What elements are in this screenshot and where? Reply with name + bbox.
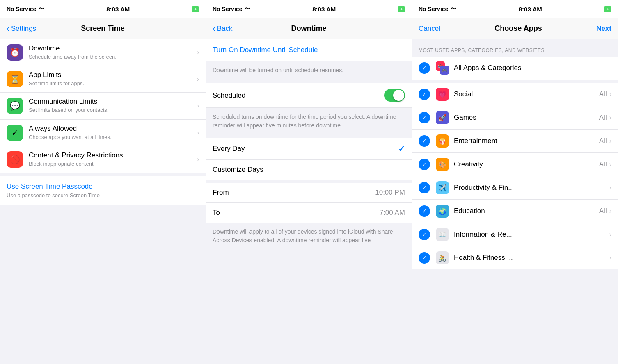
check-all-apps: ✓ [419,62,430,74]
toggle-knob [393,90,404,101]
to-row[interactable]: To 7:00 AM [206,203,412,223]
app-row-information[interactable]: ✓ 📖 Information & Re... › [412,223,618,246]
no-service-label-3: No Service [419,6,448,12]
status-left-2: No Service 〜 [213,5,250,13]
app-row-games[interactable]: ✓ 🚀 Games All › [412,106,618,130]
from-label: From [213,189,229,197]
always-allowed-emoji: ✓ [11,128,18,138]
list-item-app-limits[interactable]: ⏳ App Limits Set time limits for apps. › [0,66,206,93]
entertainment-icon: 🍿 [436,134,449,148]
battery-icon-3: + [604,6,611,12]
entertainment-sub: All [599,137,607,145]
wifi-icon-3: 〜 [451,5,456,13]
passcode-subtitle: Use a passcode to secure Screen Time [7,192,199,198]
list-item-content-privacy[interactable]: 🚫 Content & Privacy Restrictions Block i… [0,146,206,173]
education-emoji: 🌍 [438,207,446,215]
app-limits-emoji: ⏳ [10,74,20,84]
games-chevron-icon: › [609,114,611,121]
status-bar-1: No Service 〜 8:03 AM + [0,0,206,18]
health-chevron-icon: › [609,254,611,262]
turn-on-button[interactable]: Turn On Downtime Until Schedule [206,39,412,61]
app-row-all-apps[interactable]: ✓ 📚 🎮 All Apps & Categories [412,57,618,80]
content-privacy-title: Content & Privacy Restrictions [29,151,194,159]
app-row-social[interactable]: ✓ 💗 Social All › [412,83,618,106]
downtime-icon: ⏰ [7,44,23,61]
panel1-content: ⏰ Downtime Schedule time away from the s… [0,39,206,364]
cancel-button[interactable]: Cancel [419,25,440,33]
scheduled-toggle-row[interactable]: Scheduled [206,83,412,108]
information-emoji: 📖 [438,231,446,239]
comm-limits-icon: 💬 [7,98,23,114]
check-productivity: ✓ [419,182,430,193]
chevron-back-icon-2: ‹ [213,24,215,33]
entertainment-emoji: 🍿 [438,137,446,145]
app-limits-icon: ⏳ [7,71,23,87]
productivity-emoji: ✈️ [438,184,446,192]
games-sub: All [599,114,607,122]
time-label-2: 8:03 AM [312,6,336,13]
battery-icon-2: + [398,6,405,12]
downtime-title: Downtime [29,44,194,52]
information-icon: 📖 [436,228,449,241]
check-games: ✓ [419,112,430,123]
health-emoji: 🚴 [438,254,446,262]
games-icon: 🚀 [436,111,449,124]
status-right-2: + [398,6,405,12]
status-bar-3: No Service 〜 8:03 AM + [412,0,618,18]
main-list-section: ⏰ Downtime Schedule time away from the s… [0,39,206,173]
scheduled-label: Scheduled [213,91,245,100]
next-button[interactable]: Next [596,25,611,33]
downtime-chevron-icon: › [197,49,199,56]
passcode-row[interactable]: Use Screen Time Passcode Use a passcode … [0,176,206,205]
app-row-creativity[interactable]: ✓ 🎨 Creativity All › [412,153,618,176]
downtime-emoji: ⏰ [10,48,20,57]
always-allowed-subtitle: Choose apps you want at all times. [29,134,194,141]
creativity-chevron-icon: › [609,161,611,168]
app-limits-title: App Limits [29,71,194,79]
always-allowed-title: Always Allowed [29,125,194,133]
list-item-downtime[interactable]: ⏰ Downtime Schedule time away from the s… [0,39,206,66]
comm-limits-emoji: 💬 [10,101,20,111]
nav-title-3: Choose Apps [494,24,542,33]
app-row-entertainment[interactable]: ✓ 🍿 Entertainment All › [412,130,618,153]
customize-days-row[interactable]: Customize Days [206,160,412,180]
app-row-productivity[interactable]: ✓ ✈️ Productivity & Fin... › [412,176,618,200]
from-row[interactable]: From 10:00 PM [206,183,412,203]
education-chevron-icon: › [609,207,611,215]
social-emoji: 💗 [438,91,446,98]
every-day-row[interactable]: Every Day ✓ [206,138,412,160]
back-label-1: Settings [11,25,36,33]
back-button-2[interactable]: ‹ Back [213,24,232,33]
to-label: To [213,209,220,217]
content-privacy-icon: 🚫 [7,151,23,168]
education-label: Education [454,207,599,215]
check-education: ✓ [419,205,430,217]
always-allowed-text: Always Allowed Choose apps you want at a… [29,125,194,141]
back-button-1[interactable]: ‹ Settings [7,24,36,33]
scheduled-toggle[interactable] [384,89,405,102]
status-bar-2: No Service 〜 8:03 AM + [206,0,412,18]
social-icon: 💗 [436,88,449,101]
time-section: From 10:00 PM To 7:00 AM [206,183,412,223]
list-item-communication[interactable]: 💬 Communication Limits Set limits based … [0,93,206,119]
check-health: ✓ [419,252,430,264]
turn-on-text: Turn On Downtime Until Schedule [213,46,405,54]
check-information: ✓ [419,229,430,240]
panel2-content: Turn On Downtime Until Schedule Downtime… [206,39,412,364]
nav-title-1: Screen Time [81,24,125,33]
panel-choose-apps: No Service 〜 8:03 AM + Cancel Choose App… [412,0,618,364]
social-label: Social [454,90,599,98]
app-row-health[interactable]: ✓ 🚴 Health & Fitness ... › [412,246,618,269]
panel3-content: MOST USED APPS, CATEGORIES, AND WEBSITES… [412,39,618,364]
app-limits-text: App Limits Set time limits for apps. [29,71,194,87]
creativity-emoji: 🎨 [438,161,446,168]
nav-title-2: Downtime [291,24,326,33]
app-row-education[interactable]: ✓ 🌍 Education All › [412,200,618,223]
productivity-chevron-icon: › [609,184,611,191]
list-item-always-allowed[interactable]: ✓ Always Allowed Choose apps you want at… [0,120,206,146]
check-entertainment: ✓ [419,135,430,147]
information-label: Information & Re... [454,230,607,239]
stacked-bottom-emoji: 🎮 [442,68,447,73]
all-apps-icon: 📚 🎮 [436,61,449,75]
information-chevron-icon: › [609,231,611,238]
